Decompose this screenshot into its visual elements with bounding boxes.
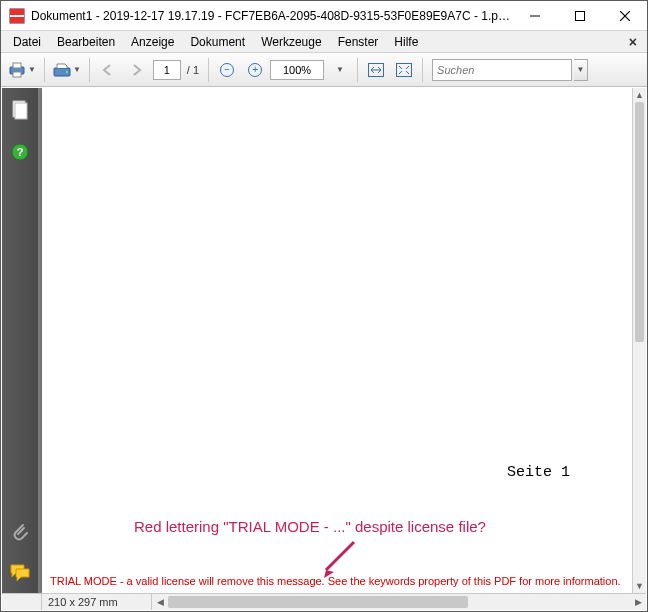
- close-button[interactable]: [602, 1, 647, 30]
- prev-page-button[interactable]: [95, 57, 121, 83]
- svg-text:?: ?: [17, 146, 24, 158]
- menu-fenster[interactable]: Fenster: [330, 33, 387, 51]
- next-page-icon: [129, 63, 143, 77]
- annotation-text: Red lettering "TRIAL MODE - ..." despite…: [134, 518, 486, 535]
- pages-panel-icon: [11, 100, 29, 120]
- separator: [44, 58, 45, 82]
- search-dropdown[interactable]: ▼: [574, 59, 588, 81]
- print-icon: [8, 62, 26, 78]
- annotation-arrow-icon: [314, 540, 364, 580]
- next-page-button[interactable]: [123, 57, 149, 83]
- svg-rect-10: [397, 63, 412, 76]
- menu-hilfe[interactable]: Hilfe: [386, 33, 426, 51]
- attachment-icon: [11, 521, 29, 541]
- toolbar: ▼ ▼ / 1 − + 100% ▼: [1, 53, 647, 87]
- sidebar: ?: [2, 88, 38, 593]
- separator: [357, 58, 358, 82]
- vertical-scrollbar[interactable]: ▲ ▼: [632, 88, 646, 593]
- separator: [208, 58, 209, 82]
- maximize-icon: [575, 11, 585, 21]
- separator: [89, 58, 90, 82]
- menu-dokument[interactable]: Dokument: [182, 33, 253, 51]
- fit-page-button[interactable]: [391, 57, 417, 83]
- statusbar: 210 x 297 mm ◀ ▶: [2, 593, 646, 610]
- svg-rect-12: [15, 103, 27, 119]
- search-input[interactable]: [437, 64, 567, 76]
- menu-datei[interactable]: Datei: [5, 33, 49, 51]
- zoom-dropdown[interactable]: ▼: [326, 57, 352, 83]
- comments-icon: [10, 564, 30, 582]
- svg-rect-6: [13, 72, 21, 77]
- zoom-out-icon: −: [220, 63, 234, 77]
- close-pane-button[interactable]: ×: [623, 34, 643, 50]
- trial-mode-message: TRIAL MODE - a valid license will remove…: [50, 575, 622, 587]
- page-footer-text: Seite 1: [507, 464, 570, 481]
- sidebar-comments-button[interactable]: [10, 563, 30, 583]
- titlebar: Dokument1 - 2019-12-17 19.17.19 - FCF7EB…: [1, 1, 647, 31]
- zoom-value-box[interactable]: 100%: [270, 60, 324, 80]
- fit-width-button[interactable]: [363, 57, 389, 83]
- page-total-label: / 1: [183, 64, 203, 76]
- svg-point-8: [66, 71, 68, 73]
- zoom-value-label: 100%: [283, 64, 311, 76]
- status-slot-1: [2, 594, 42, 610]
- sidebar-help-button[interactable]: ?: [10, 142, 30, 162]
- separator: [422, 58, 423, 82]
- menu-werkzeuge[interactable]: Werkzeuge: [253, 33, 329, 51]
- horizontal-scrollbar[interactable]: ◀ ▶: [152, 594, 646, 610]
- zoom-in-icon: +: [248, 63, 262, 77]
- chevron-down-icon: ▼: [28, 65, 36, 74]
- prev-page-icon: [101, 63, 115, 77]
- sidebar-pages-button[interactable]: [10, 100, 30, 120]
- page-number-input[interactable]: [153, 60, 181, 80]
- hscroll-track[interactable]: [168, 595, 630, 609]
- scroll-down-icon[interactable]: ▼: [633, 579, 646, 593]
- scroll-left-icon[interactable]: ◀: [152, 597, 168, 607]
- svg-rect-1: [575, 11, 584, 20]
- minimize-button[interactable]: [512, 1, 557, 30]
- maximize-button[interactable]: [557, 1, 602, 30]
- document-page: Seite 1 Red lettering "TRIAL MODE - ..."…: [42, 88, 632, 593]
- scan-icon: [53, 62, 71, 78]
- search-box[interactable]: [432, 59, 572, 81]
- menubar: Datei Bearbeiten Anzeige Dokument Werkze…: [1, 31, 647, 53]
- sidebar-attachments-button[interactable]: [10, 521, 30, 541]
- scroll-up-icon[interactable]: ▲: [633, 88, 646, 102]
- help-icon: ?: [11, 143, 29, 161]
- page-dimensions-label: 210 x 297 mm: [42, 594, 152, 610]
- chevron-down-icon: ▼: [577, 65, 585, 74]
- app-icon: [9, 8, 25, 24]
- document-viewport[interactable]: Seite 1 Red lettering "TRIAL MODE - ..."…: [38, 88, 646, 593]
- chevron-down-icon: ▼: [336, 65, 344, 74]
- body-area: ? Seite 1 Red lettering "TRIAL MODE - ..…: [2, 88, 646, 593]
- print-button[interactable]: ▼: [5, 57, 39, 83]
- scan-button[interactable]: ▼: [50, 57, 84, 83]
- fit-width-icon: [368, 63, 384, 77]
- scroll-right-icon[interactable]: ▶: [630, 597, 646, 607]
- menu-anzeige[interactable]: Anzeige: [123, 33, 182, 51]
- menu-bearbeiten[interactable]: Bearbeiten: [49, 33, 123, 51]
- scroll-thumb[interactable]: [635, 102, 644, 342]
- minimize-icon: [530, 11, 540, 21]
- svg-rect-5: [13, 63, 21, 68]
- hscroll-thumb[interactable]: [168, 596, 468, 608]
- close-icon: [620, 11, 630, 21]
- fit-page-icon: [396, 63, 412, 77]
- zoom-out-button[interactable]: −: [214, 57, 240, 83]
- zoom-in-button[interactable]: +: [242, 57, 268, 83]
- chevron-down-icon: ▼: [73, 65, 81, 74]
- window-title: Dokument1 - 2019-12-17 19.17.19 - FCF7EB…: [31, 9, 512, 23]
